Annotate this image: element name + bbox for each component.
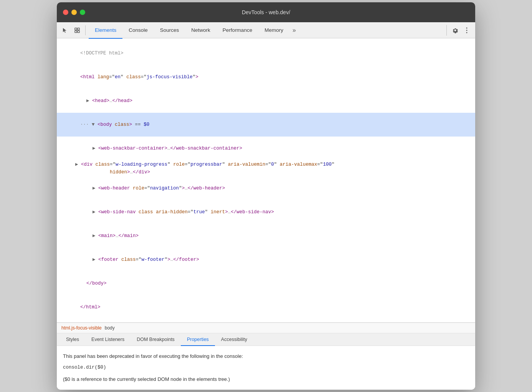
svg-rect-0 bbox=[75, 28, 77, 30]
elements-panel: <!DOCTYPE html> <html lang="en" class="j… bbox=[57, 38, 475, 323]
tab-accessibility[interactable]: Accessibility bbox=[215, 334, 253, 346]
code-line[interactable]: ▶ <web-header role="navigation">…</web-h… bbox=[57, 176, 475, 200]
tab-dom-breakpoints[interactable]: DOM Breakpoints bbox=[131, 334, 181, 346]
svg-point-5 bbox=[466, 30, 468, 31]
tab-event-listeners[interactable]: Event Listeners bbox=[85, 334, 131, 346]
code-line[interactable]: ▶ <footer class="w-footer">…</footer> bbox=[57, 248, 475, 272]
code-line-selected[interactable]: ··· ▼ <body class> == $0 bbox=[57, 113, 475, 137]
note-text: ($0 is a reference to the currently sele… bbox=[63, 375, 469, 384]
code-line[interactable]: <html lang="en" class="js-focus-visible"… bbox=[57, 65, 475, 89]
bottom-tabs: Styles Event Listeners DOM Breakpoints P… bbox=[57, 333, 475, 346]
bottom-panel: Styles Event Listeners DOM Breakpoints P… bbox=[57, 333, 475, 389]
more-options-button[interactable] bbox=[461, 25, 472, 36]
code-line[interactable]: </html> bbox=[57, 295, 475, 319]
inspect-icon[interactable] bbox=[72, 25, 82, 35]
code-line[interactable]: ▶ <web-snackbar-container>…</web-snackba… bbox=[57, 137, 475, 160]
window-title: DevTools - web.dev/ bbox=[242, 9, 290, 15]
svg-rect-3 bbox=[78, 31, 79, 33]
bottom-content: This panel has been deprecated in favor … bbox=[57, 346, 475, 389]
tab-console[interactable]: Console bbox=[122, 23, 154, 39]
code-line[interactable]: ▶ <web-side-nav class aria-hidden="true"… bbox=[57, 200, 475, 224]
tabbar-actions bbox=[446, 25, 472, 36]
tab-elements[interactable]: Elements bbox=[89, 23, 122, 39]
code-line[interactable]: ▶ <main>…</main> bbox=[57, 224, 475, 248]
tab-performance[interactable]: Performance bbox=[216, 23, 258, 39]
deprecation-notice: This panel has been deprecated in favor … bbox=[63, 352, 469, 361]
minimize-button[interactable] bbox=[71, 10, 77, 15]
close-button[interactable] bbox=[63, 10, 68, 15]
svg-point-4 bbox=[466, 27, 468, 28]
settings-button[interactable] bbox=[450, 25, 461, 36]
breadcrumb-item-html[interactable]: html.js-focus-visible bbox=[61, 325, 102, 331]
tab-memory[interactable]: Memory bbox=[258, 23, 289, 39]
code-snippet: console.dir($0) bbox=[63, 364, 469, 372]
code-line[interactable]: <!DOCTYPE html> bbox=[57, 41, 475, 65]
svg-point-6 bbox=[466, 32, 468, 33]
titlebar: DevTools - web.dev/ bbox=[57, 2, 475, 22]
devtools-window: DevTools - web.dev/ Elements Conso bbox=[57, 2, 475, 389]
traffic-lights bbox=[63, 10, 85, 15]
cursor-icon[interactable] bbox=[60, 25, 70, 35]
tab-sources[interactable]: Sources bbox=[154, 23, 185, 39]
code-line[interactable]: </body> bbox=[57, 272, 475, 295]
tabbar-icons bbox=[60, 25, 86, 35]
tabbar: Elements Console Sources Network Perform… bbox=[57, 22, 475, 38]
svg-rect-1 bbox=[78, 28, 79, 30]
more-tabs-button[interactable]: » bbox=[289, 27, 299, 34]
code-line[interactable]: ▶ <div class="w-loading-progress" role="… bbox=[57, 160, 475, 176]
breadcrumb: html.js-focus-visible body bbox=[57, 323, 475, 333]
code-line[interactable]: ▶ <head>…</head> bbox=[57, 89, 475, 113]
breadcrumb-item-body[interactable]: body bbox=[105, 325, 115, 331]
maximize-button[interactable] bbox=[80, 10, 85, 15]
tab-properties[interactable]: Properties bbox=[181, 334, 215, 346]
tab-styles[interactable]: Styles bbox=[60, 334, 85, 346]
svg-rect-2 bbox=[75, 31, 77, 33]
tab-network[interactable]: Network bbox=[185, 23, 216, 39]
